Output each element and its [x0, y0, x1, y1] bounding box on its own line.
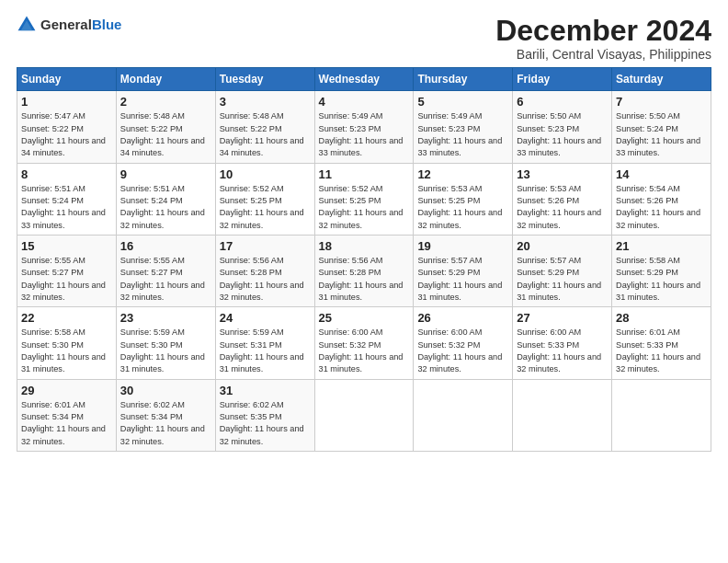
calendar-cell: [414, 379, 513, 451]
day-number: 11: [319, 167, 410, 181]
calendar-cell: [314, 379, 414, 451]
day-number: 5: [417, 95, 508, 109]
cell-text: Sunrise: 5:47 AMSunset: 5:22 PMDaylight:…: [21, 111, 106, 157]
month-title: December 2024: [495, 15, 711, 47]
calendar-cell: 14Sunrise: 5:54 AMSunset: 5:26 PMDayligh…: [612, 163, 711, 235]
cell-text: Sunrise: 5:52 AMSunset: 5:25 PMDaylight:…: [220, 184, 304, 230]
day-number: 20: [517, 239, 608, 253]
day-number: 19: [417, 239, 508, 253]
cell-text: Sunrise: 5:57 AMSunset: 5:29 PMDaylight:…: [517, 256, 601, 302]
calendar-cell: 11Sunrise: 5:52 AMSunset: 5:25 PMDayligh…: [314, 163, 414, 235]
calendar-cell: 15Sunrise: 5:55 AMSunset: 5:27 PMDayligh…: [17, 235, 117, 306]
calendar-week-row: 1Sunrise: 5:47 AMSunset: 5:22 PMDaylight…: [17, 91, 711, 163]
cell-text: Sunrise: 6:00 AMSunset: 5:32 PMDaylight:…: [417, 327, 502, 373]
calendar-cell: 21Sunrise: 5:58 AMSunset: 5:29 PMDayligh…: [612, 235, 711, 306]
calendar-cell: 6Sunrise: 5:50 AMSunset: 5:23 PMDaylight…: [513, 91, 612, 163]
day-number: 22: [21, 311, 112, 325]
day-number: 15: [21, 239, 112, 253]
calendar-cell: 10Sunrise: 5:52 AMSunset: 5:25 PMDayligh…: [215, 163, 314, 235]
calendar-cell: 2Sunrise: 5:48 AMSunset: 5:22 PMDaylight…: [116, 91, 215, 163]
calendar-cell: [612, 379, 711, 451]
calendar-week-row: 15Sunrise: 5:55 AMSunset: 5:27 PMDayligh…: [17, 235, 711, 306]
cell-text: Sunrise: 6:00 AMSunset: 5:33 PMDaylight:…: [517, 327, 601, 373]
cell-text: Sunrise: 5:49 AMSunset: 5:23 PMDaylight:…: [319, 111, 404, 157]
cell-text: Sunrise: 5:53 AMSunset: 5:25 PMDaylight:…: [417, 184, 502, 230]
day-number: 12: [417, 167, 508, 181]
day-number: 29: [21, 384, 112, 397]
calendar-week-row: 22Sunrise: 5:58 AMSunset: 5:30 PMDayligh…: [17, 307, 711, 379]
day-number: 31: [220, 384, 311, 397]
location-title: Barili, Central Visayas, Philippines: [495, 47, 711, 62]
day-number: 26: [417, 311, 508, 325]
calendar-cell: 31Sunrise: 6:02 AMSunset: 5:35 PMDayligh…: [215, 379, 314, 451]
calendar-cell: 24Sunrise: 5:59 AMSunset: 5:31 PMDayligh…: [215, 307, 314, 379]
cell-text: Sunrise: 5:51 AMSunset: 5:24 PMDaylight:…: [21, 184, 106, 230]
calendar-cell: 30Sunrise: 6:02 AMSunset: 5:34 PMDayligh…: [116, 379, 215, 451]
day-number: 8: [21, 167, 112, 181]
cell-text: Sunrise: 5:50 AMSunset: 5:24 PMDaylight:…: [616, 111, 700, 157]
calendar-week-row: 29Sunrise: 6:01 AMSunset: 5:34 PMDayligh…: [17, 379, 711, 451]
weekday-header-row: SundayMondayTuesdayWednesdayThursdayFrid…: [17, 68, 711, 91]
weekday-header-cell: Thursday: [414, 68, 513, 91]
calendar-cell: [513, 379, 612, 451]
cell-text: Sunrise: 5:56 AMSunset: 5:28 PMDaylight:…: [220, 256, 304, 302]
day-number: 10: [220, 167, 311, 181]
cell-text: Sunrise: 5:53 AMSunset: 5:26 PMDaylight:…: [517, 184, 601, 230]
logo-text-general: General: [40, 17, 92, 32]
day-number: 2: [120, 95, 211, 109]
cell-text: Sunrise: 5:51 AMSunset: 5:24 PMDaylight:…: [120, 184, 205, 230]
day-number: 18: [319, 239, 410, 253]
calendar-cell: 27Sunrise: 6:00 AMSunset: 5:33 PMDayligh…: [513, 307, 612, 379]
calendar-cell: 7Sunrise: 5:50 AMSunset: 5:24 PMDaylight…: [612, 91, 711, 163]
day-number: 6: [517, 95, 608, 109]
logo: GeneralBlue: [17, 15, 121, 35]
weekday-header-cell: Wednesday: [314, 68, 414, 91]
cell-text: Sunrise: 5:49 AMSunset: 5:23 PMDaylight:…: [417, 111, 502, 157]
day-number: 3: [220, 95, 311, 109]
cell-text: Sunrise: 6:02 AMSunset: 5:34 PMDaylight:…: [120, 400, 205, 446]
day-number: 13: [517, 167, 608, 181]
cell-text: Sunrise: 6:01 AMSunset: 5:33 PMDaylight:…: [616, 327, 700, 373]
calendar-cell: 16Sunrise: 5:55 AMSunset: 5:27 PMDayligh…: [116, 235, 215, 306]
calendar-cell: 17Sunrise: 5:56 AMSunset: 5:28 PMDayligh…: [215, 235, 314, 306]
day-number: 27: [517, 311, 608, 325]
calendar-cell: 26Sunrise: 6:00 AMSunset: 5:32 PMDayligh…: [414, 307, 513, 379]
cell-text: Sunrise: 5:57 AMSunset: 5:29 PMDaylight:…: [417, 256, 502, 302]
day-number: 25: [319, 311, 410, 325]
day-number: 7: [616, 95, 707, 109]
calendar-cell: 1Sunrise: 5:47 AMSunset: 5:22 PMDaylight…: [17, 91, 117, 163]
calendar-cell: 23Sunrise: 5:59 AMSunset: 5:30 PMDayligh…: [116, 307, 215, 379]
cell-text: Sunrise: 5:55 AMSunset: 5:27 PMDaylight:…: [120, 256, 205, 302]
cell-text: Sunrise: 5:50 AMSunset: 5:23 PMDaylight:…: [517, 111, 601, 157]
cell-text: Sunrise: 5:54 AMSunset: 5:26 PMDaylight:…: [616, 184, 700, 230]
weekday-header-cell: Tuesday: [215, 68, 314, 91]
title-block: December 2024 Barili, Central Visayas, P…: [495, 15, 711, 62]
cell-text: Sunrise: 5:52 AMSunset: 5:25 PMDaylight:…: [319, 184, 404, 230]
cell-text: Sunrise: 5:48 AMSunset: 5:22 PMDaylight:…: [220, 111, 304, 157]
calendar-cell: 13Sunrise: 5:53 AMSunset: 5:26 PMDayligh…: [513, 163, 612, 235]
weekday-header-cell: Sunday: [17, 68, 117, 91]
day-number: 17: [220, 239, 311, 253]
calendar-cell: 18Sunrise: 5:56 AMSunset: 5:28 PMDayligh…: [314, 235, 414, 306]
weekday-header-cell: Saturday: [612, 68, 711, 91]
calendar-cell: 12Sunrise: 5:53 AMSunset: 5:25 PMDayligh…: [414, 163, 513, 235]
day-number: 16: [120, 239, 211, 253]
cell-text: Sunrise: 5:58 AMSunset: 5:29 PMDaylight:…: [616, 256, 700, 302]
calendar-cell: 20Sunrise: 5:57 AMSunset: 5:29 PMDayligh…: [513, 235, 612, 306]
cell-text: Sunrise: 5:55 AMSunset: 5:27 PMDaylight:…: [21, 256, 106, 302]
calendar-cell: 22Sunrise: 5:58 AMSunset: 5:30 PMDayligh…: [17, 307, 117, 379]
calendar-cell: 25Sunrise: 6:00 AMSunset: 5:32 PMDayligh…: [314, 307, 414, 379]
cell-text: Sunrise: 5:59 AMSunset: 5:31 PMDaylight:…: [220, 327, 304, 373]
day-number: 4: [319, 95, 410, 109]
cell-text: Sunrise: 6:02 AMSunset: 5:35 PMDaylight:…: [220, 400, 304, 446]
day-number: 23: [120, 311, 211, 325]
calendar-table: SundayMondayTuesdayWednesdayThursdayFrid…: [17, 67, 711, 452]
logo-text-blue: Blue: [92, 17, 122, 32]
calendar-cell: 9Sunrise: 5:51 AMSunset: 5:24 PMDaylight…: [116, 163, 215, 235]
cell-text: Sunrise: 6:00 AMSunset: 5:32 PMDaylight:…: [319, 327, 404, 373]
logo-icon: [17, 15, 37, 35]
calendar-week-row: 8Sunrise: 5:51 AMSunset: 5:24 PMDaylight…: [17, 163, 711, 235]
weekday-header-cell: Monday: [116, 68, 215, 91]
day-number: 9: [120, 167, 211, 181]
calendar-page: GeneralBlue December 2024 Barili, Centra…: [0, 0, 728, 461]
